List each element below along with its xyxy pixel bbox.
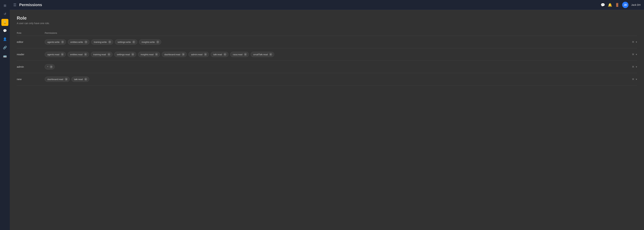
permissions-area: agents:read✕entities:read✕training:read✕… [45, 52, 632, 57]
row-dropdown-button[interactable]: ▾ [636, 78, 637, 81]
remove-permission-button[interactable]: ✕ [132, 40, 135, 44]
remove-permission-button[interactable]: ✕ [244, 53, 247, 56]
link-icon[interactable]: 🔗 [2, 44, 8, 51]
permissions-area: *✕ [45, 64, 632, 69]
permission-tag: agents:read✕ [45, 52, 66, 57]
permission-tag: insights:write✕ [139, 39, 161, 45]
remove-permission-button[interactable]: ✕ [84, 78, 87, 81]
section-subtitle: A user can only have one role. [17, 22, 637, 25]
row-actions: ✕▾ [632, 77, 637, 81]
row-dropdown-button[interactable]: ▾ [636, 41, 637, 43]
remove-permission-button[interactable]: ✕ [224, 53, 226, 56]
remove-permission-button[interactable]: ✕ [156, 40, 159, 44]
row-dropdown-button[interactable]: ▾ [636, 53, 637, 56]
remove-permission-button[interactable]: ✕ [84, 40, 88, 44]
hamburger-icon[interactable]: ☰ [13, 3, 16, 7]
table-header: Role Permissions [17, 30, 637, 36]
remove-permission-button[interactable]: ✕ [50, 65, 53, 68]
chat-icon[interactable]: 💬 [2, 27, 8, 34]
permission-label: entities:read [70, 53, 82, 56]
permission-label: training:read [94, 53, 106, 56]
sidebar: ⊞ ↺ 🔒 💬 👤 🔗 🚌 [0, 0, 10, 230]
permission-label: talk:read [74, 78, 83, 81]
remove-permission-button[interactable]: ✕ [269, 53, 272, 56]
permission-tag: dashboard:read✕ [45, 77, 70, 82]
role-name-label: admin [17, 64, 45, 68]
permission-tag: talk:read✕ [211, 52, 228, 57]
permission-tag: *✕ [45, 64, 55, 69]
permission-tag: agents:write✕ [45, 39, 66, 45]
bell-header-icon[interactable]: 🔔 [608, 3, 612, 7]
permission-tag: training:write✕ [91, 39, 113, 45]
permission-label: rasa:read [233, 53, 242, 56]
avatar[interactable]: JD [622, 2, 628, 8]
permission-tag: smallTalk:read✕ [251, 52, 274, 57]
remove-permission-button[interactable]: ✕ [84, 53, 87, 56]
logout-header-icon[interactable]: 🚪 [615, 3, 619, 7]
refresh-icon[interactable]: ↺ [2, 11, 8, 18]
permission-label: entities:write [70, 41, 83, 43]
permissions-area: dashboard:read✕talk:read✕ [45, 77, 632, 82]
permission-tag: talk:read✕ [72, 77, 89, 82]
permission-label: settings:write [118, 41, 131, 43]
row-actions: ✕▾ [632, 39, 637, 44]
clear-row-button[interactable]: ✕ [632, 40, 634, 44]
permission-tag: entities:write✕ [68, 39, 90, 45]
remove-permission-button[interactable]: ✕ [65, 78, 68, 81]
clear-row-button[interactable]: ✕ [632, 53, 634, 56]
table-row: editoragents:write✕entities:write✕traini… [17, 36, 637, 48]
permission-tag: training:read✕ [91, 52, 112, 57]
permission-label: smallTalk:read [253, 53, 268, 56]
permission-label: dashboard:read [164, 53, 180, 56]
grid-icon[interactable]: ⊞ [2, 2, 8, 9]
col-role-header: Role [17, 32, 45, 34]
permission-tag: settings:read✕ [114, 52, 136, 57]
permission-label: insights:write [142, 41, 155, 43]
table-body: editoragents:write✕entities:write✕traini… [17, 36, 637, 86]
lock-icon[interactable]: 🔒 [2, 19, 8, 26]
main-wrapper: ☰ Permissions 💬 🔔 🚪 JD Jack DH Role A us… [10, 0, 644, 230]
username-label: Jack DH [631, 4, 640, 6]
role-name-label: new [17, 77, 45, 81]
remove-permission-button[interactable]: ✕ [61, 40, 64, 44]
remove-permission-button[interactable]: ✕ [131, 53, 134, 56]
permission-label: * [47, 66, 48, 68]
users-icon[interactable]: 👤 [2, 36, 8, 43]
permission-tag: rasa:read✕ [230, 52, 249, 57]
permission-label: dashboard:read [47, 78, 63, 81]
bus-icon[interactable]: 🚌 [2, 53, 8, 60]
remove-permission-button[interactable]: ✕ [61, 53, 64, 56]
page-title: Permissions [19, 3, 601, 7]
role-name-label: editor [17, 39, 45, 43]
remove-permission-button[interactable]: ✕ [204, 53, 207, 56]
row-dropdown-button[interactable]: ▾ [636, 65, 637, 68]
permission-tag: admin:read✕ [188, 52, 209, 57]
permission-tag: insights:read✕ [138, 52, 160, 57]
role-name-label: reader [17, 52, 45, 56]
header: ☰ Permissions 💬 🔔 🚪 JD Jack DH [10, 0, 644, 10]
content-area: Role A user can only have one role. Role… [10, 10, 644, 230]
permission-label: agents:write [47, 41, 60, 43]
permission-label: talk:read [213, 53, 222, 56]
permission-tag: dashboard:read✕ [162, 52, 187, 57]
table-row: newdashboard:read✕talk:read✕✕▾ [17, 73, 637, 86]
chat-header-icon[interactable]: 💬 [601, 3, 605, 7]
remove-permission-button[interactable]: ✕ [182, 53, 185, 56]
table-row: readeragents:read✕entities:read✕training… [17, 48, 637, 61]
section-title: Role [17, 15, 637, 21]
clear-row-button[interactable]: ✕ [632, 77, 634, 81]
remove-permission-button[interactable]: ✕ [155, 53, 158, 56]
col-perms-header: Permissions [45, 32, 637, 34]
permission-tag: entities:read✕ [68, 52, 89, 57]
permission-tag: settings:write✕ [115, 39, 137, 45]
permission-label: training:write [94, 41, 107, 43]
permission-label: admin:read [191, 53, 202, 56]
remove-permission-button[interactable]: ✕ [108, 53, 110, 56]
permission-label: settings:read [117, 53, 130, 56]
row-actions: ✕▾ [632, 64, 637, 69]
permission-label: insights:read [140, 53, 154, 56]
clear-row-button[interactable]: ✕ [632, 65, 634, 69]
permissions-area: agents:write✕entities:write✕training:wri… [45, 39, 632, 45]
remove-permission-button[interactable]: ✕ [108, 40, 111, 44]
table-row: admin*✕✕▾ [17, 61, 637, 73]
